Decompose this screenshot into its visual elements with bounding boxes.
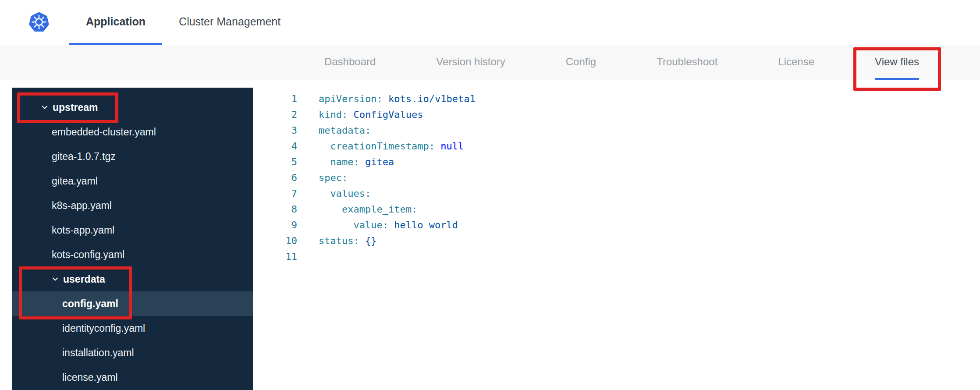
tree-item-identityconfig-yaml[interactable]: identityconfig.yaml: [12, 316, 253, 340]
code-token: [319, 220, 353, 230]
header-tab-application[interactable]: Application: [69, 0, 162, 45]
line-number: 9: [253, 217, 297, 233]
code-line-4: 4 creationTimestamp: null: [253, 138, 980, 154]
line-content: status: {}: [297, 233, 376, 249]
line-content: [297, 249, 319, 265]
code-token: {}: [365, 235, 377, 246]
code-token: kind:: [319, 109, 348, 120]
code-line-3: 3metadata:: [253, 123, 980, 138]
line-content: values:: [297, 186, 371, 202]
line-number: 7: [253, 186, 297, 202]
file-tree-sidebar: upstreamembedded-cluster.yamlgitea-1.0.7…: [12, 88, 253, 390]
kubernetes-logo-icon: [28, 11, 50, 33]
line-content: value: hello world: [297, 217, 458, 233]
code-token: apiVersion:: [319, 93, 383, 104]
code-token: hello world: [394, 220, 458, 230]
chevron-down-icon: [41, 104, 53, 111]
code-token: values:: [330, 188, 371, 199]
line-number: 5: [253, 154, 297, 170]
code-line-10: 10status: {}: [253, 233, 980, 249]
tree-item-installation-yaml[interactable]: installation.yaml: [12, 340, 253, 365]
tab-license[interactable]: License: [778, 45, 814, 80]
tree-item-userdata[interactable]: userdata: [12, 267, 253, 291]
line-number: 4: [253, 138, 297, 154]
tree-item-k8s-app-yaml[interactable]: k8s-app.yaml: [12, 193, 253, 218]
header-tabs: ApplicationCluster Management: [69, 0, 297, 45]
code-token: [435, 141, 440, 152]
code-token: null: [440, 141, 464, 152]
tab-dashboard[interactable]: Dashboard: [324, 45, 376, 80]
code-token: ConfigValues: [353, 109, 423, 120]
line-number: 1: [253, 91, 297, 107]
tree-item-label: kots-config.yaml: [52, 249, 124, 261]
code-line-5: 5 name: gitea: [253, 154, 980, 170]
tree-item-label: kots-app.yaml: [52, 224, 114, 236]
code-token: [388, 220, 394, 230]
tab-view-files[interactable]: View files: [875, 45, 919, 80]
line-content: creationTimestamp: null: [297, 138, 464, 154]
code-token: [319, 156, 330, 167]
tree-item-config-yaml[interactable]: config.yaml: [12, 291, 253, 316]
code-editor[interactable]: 1apiVersion: kots.io/v1beta12kind: Confi…: [253, 88, 980, 390]
tree-item-label: userdata: [63, 273, 105, 285]
line-content: name: gitea: [297, 154, 394, 170]
tree-item-label: upstream: [53, 102, 98, 113]
tree-item-gitea-1-0-7-tgz[interactable]: gitea-1.0.7.tgz: [12, 144, 253, 169]
code-token: [359, 156, 365, 167]
code-line-9: 9 value: hello world: [253, 217, 980, 233]
code-token: status:: [319, 235, 359, 246]
line-number: 2: [253, 107, 297, 123]
tab-troubleshoot[interactable]: Troubleshoot: [657, 45, 717, 80]
header-tab-cluster-management[interactable]: Cluster Management: [162, 0, 297, 45]
tree-item-label: installation.yaml: [62, 347, 134, 359]
top-header: ApplicationCluster Management: [0, 0, 980, 45]
tree-item-label: license.yaml: [62, 372, 118, 383]
tree-item-license-yaml[interactable]: license.yaml: [12, 365, 253, 390]
code-line-8: 8 example_item:: [253, 202, 980, 217]
tree-item-label: identityconfig.yaml: [62, 323, 145, 334]
code-token: gitea: [365, 156, 394, 167]
code-token: creationTimestamp:: [330, 141, 435, 152]
line-number: 10: [253, 233, 297, 249]
tree-item-label: config.yaml: [62, 298, 118, 310]
line-content: kind: ConfigValues: [297, 107, 423, 123]
line-number: 3: [253, 123, 297, 138]
code-line-11: 11: [253, 249, 980, 265]
code-token: name:: [330, 156, 359, 167]
tree-item-label: embedded-cluster.yaml: [52, 126, 156, 138]
tree-item-upstream[interactable]: upstream: [12, 95, 253, 120]
code-line-6: 6spec:: [253, 170, 980, 186]
tree-item-embedded-cluster-yaml[interactable]: embedded-cluster.yaml: [12, 120, 253, 144]
line-content: apiVersion: kots.io/v1beta1: [297, 91, 476, 107]
code-token: [319, 188, 330, 199]
code-line-7: 7 values:: [253, 186, 980, 202]
code-token: [319, 141, 330, 152]
code-token: [319, 204, 342, 215]
tree-item-kots-config-yaml[interactable]: kots-config.yaml: [12, 242, 253, 267]
tab-config[interactable]: Config: [566, 45, 596, 80]
chevron-down-icon: [52, 276, 63, 283]
code-token: value:: [353, 220, 388, 230]
secondary-nav: DashboardVersion historyConfigTroublesho…: [0, 45, 980, 80]
tree-item-kots-app-yaml[interactable]: kots-app.yaml: [12, 218, 253, 242]
line-content: example_item:: [297, 202, 417, 217]
line-content: metadata:: [297, 123, 371, 138]
tree-item-label: gitea-1.0.7.tgz: [52, 151, 116, 163]
code-content: 1apiVersion: kots.io/v1beta12kind: Confi…: [253, 91, 980, 265]
tab-version-history[interactable]: Version history: [436, 45, 505, 80]
code-token: metadata:: [319, 125, 371, 136]
tree-item-label: k8s-app.yaml: [52, 200, 112, 212]
tree-item-gitea-yaml[interactable]: gitea.yaml: [12, 169, 253, 193]
tree-item-label: gitea.yaml: [52, 175, 98, 187]
line-number: 11: [253, 249, 297, 265]
code-token: [383, 93, 388, 104]
code-token: kots.io/v1beta1: [388, 93, 476, 104]
line-number: 6: [253, 170, 297, 186]
line-content: spec:: [297, 170, 348, 186]
code-token: [348, 109, 353, 120]
code-token: spec:: [319, 172, 348, 183]
code-line-1: 1apiVersion: kots.io/v1beta1: [253, 91, 980, 107]
line-number: 8: [253, 202, 297, 217]
code-line-2: 2kind: ConfigValues: [253, 107, 980, 123]
code-token: [359, 235, 365, 246]
